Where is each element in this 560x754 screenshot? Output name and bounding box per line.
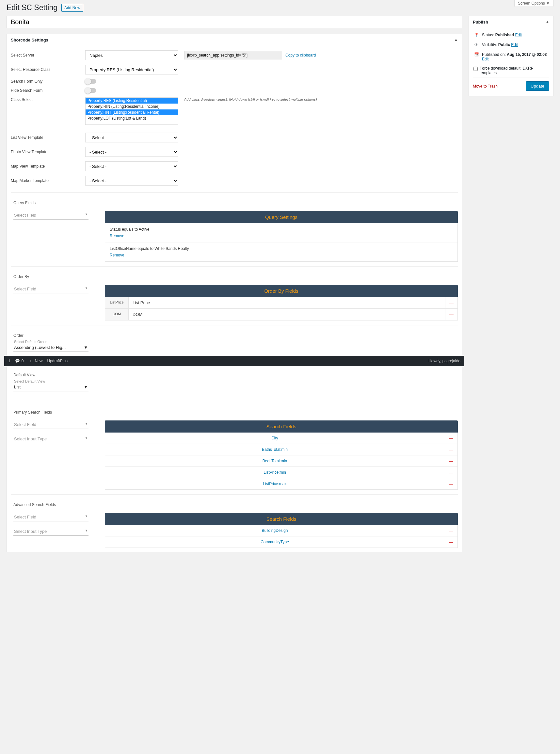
search-field-link[interactable]: ListPrice:max [105,478,444,489]
remove-search-field-button[interactable]: — [444,478,458,489]
search-field-row: BuildingDesign — [105,525,458,537]
shortcode-display[interactable] [184,51,282,59]
primary-search-banner: Search Fields [105,421,458,432]
default-view-header: Default View [11,366,458,379]
class-option[interactable]: Property:LOT (Listing:Lot & Land) [85,115,178,121]
publish-date: Published on: Aug 15, 2017 @ 02:03 Edit [482,52,548,61]
admin-bar: 1 💬 0 ＋ New UpdraftPlus Howdy, pcgre [4,356,464,366]
admin-bar-comments[interactable]: 💬 0 [15,359,24,364]
search-field-link[interactable]: City [105,432,444,444]
move-to-trash-link[interactable]: Move to Trash [473,84,498,89]
advanced-select-input-type[interactable]: Select Input Type ▼ [13,527,88,536]
resource-class-dropdown[interactable]: Property:RES (Listing:Residential) [85,65,178,75]
remove-search-field-button[interactable]: — [444,525,458,536]
search-field-link[interactable]: BuildingDesign [105,525,444,536]
search-field-link[interactable]: CommunityType [105,537,444,547]
update-button[interactable]: Update [526,81,549,91]
map-view-template-label: Map View Template [11,164,79,169]
search-field-row: BathsTotal:min — [105,444,458,456]
hide-search-form-label: Hide Search Form [11,88,79,93]
chevron-down-icon: ▼ [85,515,88,519]
search-field-row: City — [105,432,458,444]
remove-order-button[interactable]: — [445,309,458,320]
search-field-link[interactable]: ListPrice:min [105,467,444,478]
admin-bar-updraft[interactable]: UpdraftPlus [47,359,67,363]
chevron-down-icon: ▼ [85,287,88,291]
remove-search-field-button[interactable]: — [444,444,458,455]
advanced-select-field[interactable]: Select Field ▼ [13,513,88,521]
order-by-header: Order By [11,271,458,285]
chevron-down-icon: ▼ [84,385,88,389]
list-view-template-label: List View Template [11,135,79,140]
hide-search-form-toggle[interactable] [85,88,96,93]
advanced-search-banner: Search Fields [105,513,458,525]
class-option[interactable]: Property:RES (Listing:Residential) [85,98,178,103]
query-settings-banner: Query Settings [105,211,458,223]
remove-query-link[interactable]: Remove [110,253,124,257]
edit-visibility-link[interactable]: Edit [511,42,518,47]
remove-search-field-button[interactable]: — [444,467,458,478]
order-select[interactable]: Ascending (Lowest to Hig... ▼ [13,344,88,352]
metabox-toggle-icon[interactable]: ▲ [454,38,458,42]
map-marker-template-dropdown[interactable]: - Select - [85,176,178,186]
force-download-checkbox[interactable] [474,66,478,71]
order-header: Order [11,330,458,340]
order-by-banner: Order By Fields [105,285,458,297]
class-select-label: Class Select [11,97,79,102]
class-option[interactable]: Property:RIN (Listing:Residential Income… [85,103,178,110]
order-row: ListPrice List Price — [105,297,458,309]
query-item: Status equals to Active Remove [105,223,458,243]
copy-to-clipboard-link[interactable]: Copy to clipboard [285,53,316,58]
search-field-row: BedsTotal:min — [105,456,458,467]
pin-icon: 📍 [474,33,479,37]
primary-search-header: Primary Search Fields [11,407,458,421]
search-field-link[interactable]: BedsTotal:min [105,456,444,466]
map-marker-template-label: Map Marker Template [11,178,79,183]
chevron-down-icon: ▼ [85,437,88,441]
map-view-template-dropdown[interactable]: - Select - [85,161,178,171]
page-title: Edit SC Setting [6,3,58,12]
admin-bar-account[interactable]: Howdy, pcgrejaldo [428,359,460,363]
publish-toggle-icon[interactable]: ▲ [546,20,549,24]
query-select-field[interactable]: Select Field ▼ [13,211,88,219]
publish-visibility: Visibility: Public Edit [482,42,518,47]
chevron-down-icon: ▼ [84,345,88,350]
search-field-row: CommunityType — [105,537,458,548]
metabox-title: Shorcode Settings [11,38,48,42]
primary-select-input-type[interactable]: Select Input Type ▼ [13,435,88,443]
admin-bar-new[interactable]: ＋ New [28,359,42,364]
photo-view-template-dropdown[interactable]: - Select - [85,147,178,157]
remove-search-field-button[interactable]: — [444,537,458,547]
search-field-link[interactable]: BathsTotal:min [105,444,444,455]
primary-select-field[interactable]: Select Field ▼ [13,421,88,429]
screen-options-button[interactable]: Screen Options ▼ [514,0,554,7]
post-title-input[interactable] [6,16,462,28]
chevron-down-icon: ▼ [85,422,88,427]
orderby-select-field[interactable]: Select Field ▼ [13,285,88,293]
select-server-label: Select Server [11,53,79,58]
remove-order-button[interactable]: — [445,297,458,308]
remove-query-link[interactable]: Remove [110,234,124,238]
chevron-down-icon: ▼ [85,529,88,534]
list-view-template-dropdown[interactable]: - Select - [85,133,178,142]
edit-status-link[interactable]: Edit [515,33,522,37]
class-select-multi[interactable]: Property:RES (Listing:Residential) Prope… [85,97,178,125]
comment-icon: 💬 [15,359,20,364]
advanced-search-header: Advanced Search Fields [11,499,458,513]
admin-bar-updates[interactable]: 1 [8,359,11,363]
select-server-dropdown[interactable]: Naples [85,50,178,60]
remove-search-field-button[interactable]: — [444,432,458,444]
search-field-row: ListPrice:min — [105,467,458,478]
query-fields-header: Query Fields [11,197,458,211]
photo-view-template-label: Photo View Template [11,150,79,154]
remove-search-field-button[interactable]: — [444,456,458,466]
search-field-row: ListPrice:max — [105,478,458,490]
default-view-select[interactable]: List ▼ [13,383,88,391]
search-form-only-toggle[interactable] [85,79,96,84]
calendar-icon: 📅 [474,52,479,57]
edit-date-link[interactable]: Edit [482,57,489,61]
class-option[interactable]: Property:RNT (Listing:Residential Rental… [85,110,178,115]
add-new-button[interactable]: Add New [61,4,83,12]
class-select-hint: Add class dropdown select. (Hold down [c… [184,97,458,101]
plus-icon: ＋ [28,359,33,364]
